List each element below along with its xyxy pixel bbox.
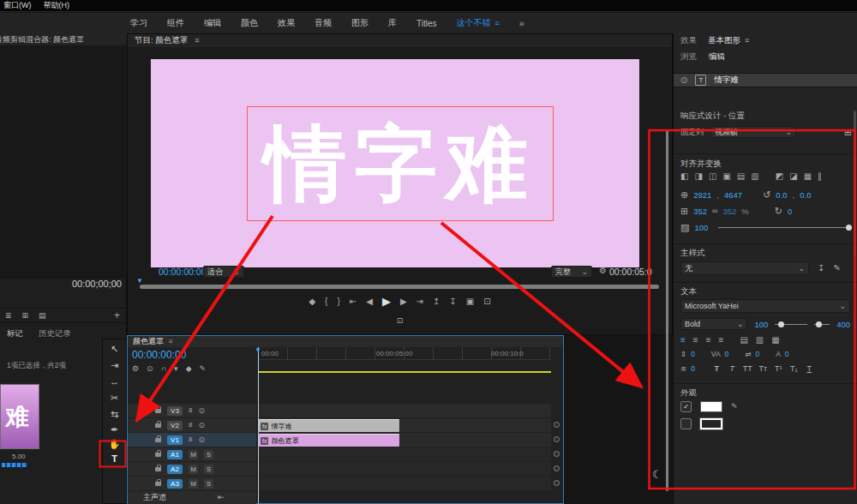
justify-last-right-icon[interactable]: ▦ bbox=[771, 336, 779, 345]
track-output-eye-icon[interactable]: ⊙ bbox=[198, 422, 205, 429]
track-header-a2[interactable]: A2 M S bbox=[128, 462, 256, 476]
project-item-thumbnail[interactable]: 难 bbox=[0, 384, 39, 449]
workspace-tab-assembly[interactable]: 组件 bbox=[167, 17, 184, 29]
opacity-slider-knob[interactable] bbox=[846, 225, 852, 231]
tab-essential-graphics[interactable]: 基本图形 bbox=[708, 35, 740, 46]
align-top-icon[interactable]: ▤ bbox=[737, 172, 745, 181]
timeline-marker-icon[interactable]: ◆ bbox=[186, 365, 192, 373]
icon-view-icon[interactable]: ⊞ bbox=[22, 312, 29, 320]
link-scale-icon[interactable]: ∞ bbox=[712, 207, 717, 215]
align-center-v-icon[interactable]: ▣ bbox=[722, 172, 730, 181]
slip-tool[interactable]: ⇆ bbox=[103, 410, 126, 419]
export-frame-icon[interactable]: ▣ bbox=[466, 297, 474, 306]
lock-icon[interactable] bbox=[155, 423, 161, 428]
playhead-line[interactable] bbox=[258, 347, 259, 503]
mute-button[interactable]: M bbox=[189, 479, 198, 489]
go-to-out-icon[interactable]: ⇥ bbox=[417, 297, 423, 306]
font-size-slider-knob[interactable] bbox=[778, 321, 784, 327]
workspace-tab-graphics[interactable]: 图形 bbox=[351, 17, 369, 29]
tab-markers[interactable]: 标记 bbox=[7, 328, 23, 339]
panel-scrollbar[interactable] bbox=[854, 111, 856, 256]
scrubber-playhead-icon[interactable]: ▼ bbox=[136, 277, 143, 285]
program-timecode-value[interactable]: 00:00:00:00 bbox=[159, 267, 206, 277]
sequence-tab[interactable]: 颜色遮罩 bbox=[133, 336, 164, 347]
mark-out-icon[interactable]: } bbox=[337, 297, 339, 306]
go-to-start-icon[interactable]: ⇤ bbox=[218, 494, 225, 501]
add-panel-icon[interactable]: + bbox=[114, 310, 120, 321]
track-label-a3[interactable]: A3 bbox=[167, 479, 183, 489]
workspace-tab-color[interactable]: 颜色 bbox=[241, 17, 258, 29]
workspace-tab-libraries[interactable]: 库 bbox=[388, 17, 397, 29]
timeline-timecode[interactable]: 00:00:00:00 bbox=[132, 349, 186, 361]
clip-color-matte-v1[interactable]: fx 颜色遮罩 bbox=[259, 434, 399, 447]
extract-icon[interactable]: ↧ bbox=[449, 297, 456, 306]
workspace-tab-custom-active[interactable]: 这个不错 bbox=[457, 17, 491, 29]
tracking-slider-knob[interactable] bbox=[816, 321, 822, 327]
playback-quality-dropdown[interactable]: 完整 ⌄ bbox=[551, 266, 592, 278]
selection-tool[interactable]: ↖ bbox=[103, 345, 126, 354]
position-x-value[interactable]: 2921 bbox=[693, 190, 711, 200]
distribute-space-icon[interactable]: ∥ bbox=[818, 172, 822, 181]
freeform-view-icon[interactable]: ▤ bbox=[39, 312, 46, 320]
align-text-left-icon[interactable]: ≡ bbox=[680, 336, 686, 345]
zoom-level-dropdown[interactable]: 适合 ⌄ bbox=[203, 266, 244, 278]
work-area-bar[interactable] bbox=[259, 371, 551, 373]
tab-effects[interactable]: 效果 bbox=[680, 35, 697, 46]
faux-bold-button[interactable]: T bbox=[711, 363, 722, 374]
align-middle-icon[interactable]: ▥ bbox=[751, 172, 758, 181]
tracking-amount-value[interactable]: 0 bbox=[755, 350, 759, 358]
font-size-value[interactable]: 100 bbox=[754, 320, 768, 329]
program-preview-canvas[interactable]: 情字难 bbox=[151, 59, 639, 267]
mute-button[interactable]: M bbox=[189, 450, 198, 459]
solo-button[interactable]: S bbox=[204, 479, 213, 489]
sync-lock-icon[interactable]: 8 bbox=[189, 407, 192, 414]
track-scroll-knob[interactable] bbox=[554, 436, 560, 442]
fill-checkbox[interactable]: ✓ bbox=[680, 401, 692, 412]
button-editor-icon[interactable]: ⊡ bbox=[397, 316, 404, 325]
timeline-settings-icon[interactable]: ⚙ bbox=[132, 365, 139, 373]
align-center-h-icon[interactable]: ◫ bbox=[709, 172, 716, 181]
lock-icon[interactable] bbox=[155, 409, 161, 413]
track-header-master[interactable]: 主声道 ⇤ bbox=[128, 491, 256, 504]
menu-item-help[interactable]: 帮助(H) bbox=[44, 0, 70, 11]
razor-tool[interactable]: ✂ bbox=[103, 393, 126, 403]
vertical-scrollbar[interactable] bbox=[666, 130, 668, 491]
workspace-tab-learning[interactable]: 学习 bbox=[130, 17, 147, 29]
align-text-right-icon[interactable]: ≡ bbox=[706, 336, 711, 345]
type-tool[interactable]: T bbox=[103, 454, 126, 464]
anchor-y-value[interactable]: 0.0 bbox=[800, 190, 811, 200]
clip-title-v2[interactable]: fx 情字难 bbox=[259, 419, 399, 432]
hand-tool[interactable]: ✋ bbox=[103, 440, 126, 449]
workspace-tab-titles[interactable]: Titles bbox=[417, 19, 437, 28]
track-scroll-knob[interactable] bbox=[554, 480, 560, 486]
fill-color-swatch[interactable] bbox=[700, 401, 722, 412]
kerning-value[interactable]: 0 bbox=[725, 350, 729, 358]
track-select-tool[interactable]: ⇥ bbox=[103, 361, 126, 370]
subscript-button[interactable]: T₁ bbox=[788, 363, 800, 374]
layer-visibility-eye-icon[interactable]: ⊙ bbox=[680, 76, 687, 85]
font-style-dropdown[interactable]: Bold ⌄ bbox=[680, 318, 747, 330]
underline-button[interactable]: T bbox=[804, 363, 815, 374]
track-scroll-knob[interactable] bbox=[554, 422, 560, 428]
solo-button[interactable]: S bbox=[204, 465, 213, 474]
small-caps-button[interactable]: Tт bbox=[758, 363, 769, 374]
workspace-tab-menu-icon[interactable]: ≡ bbox=[495, 20, 500, 27]
menu-item-window[interactable]: 窗口(W) bbox=[3, 0, 32, 11]
sync-lock-icon[interactable]: 8 bbox=[189, 436, 192, 443]
lock-icon[interactable] bbox=[155, 467, 161, 471]
scale-value[interactable]: 352 bbox=[693, 207, 707, 216]
track-label-v1[interactable]: V1 bbox=[167, 435, 183, 445]
distribute-grid-icon[interactable]: ▦ bbox=[804, 172, 812, 181]
solo-button[interactable]: S bbox=[204, 450, 213, 459]
rotation-value[interactable]: 0 bbox=[788, 207, 792, 216]
nest-icon[interactable]: ▾ bbox=[174, 365, 178, 373]
ripple-edit-tool[interactable]: ↔ bbox=[103, 377, 126, 387]
track-header-v3[interactable]: V3 8 ⊙ bbox=[128, 404, 256, 417]
fx-badge[interactable]: fx bbox=[261, 423, 268, 430]
lift-icon[interactable]: ↥ bbox=[433, 297, 440, 306]
monitor-zoom-scrollbar[interactable] bbox=[140, 285, 659, 289]
step-back-icon[interactable]: ◀ bbox=[366, 297, 373, 306]
comparison-view-icon[interactable]: ⊡ bbox=[483, 297, 490, 306]
playhead-marker-icon[interactable]: ▼ bbox=[255, 346, 261, 354]
mixer-timecode[interactable]: 00:00;00;00 bbox=[0, 279, 127, 289]
